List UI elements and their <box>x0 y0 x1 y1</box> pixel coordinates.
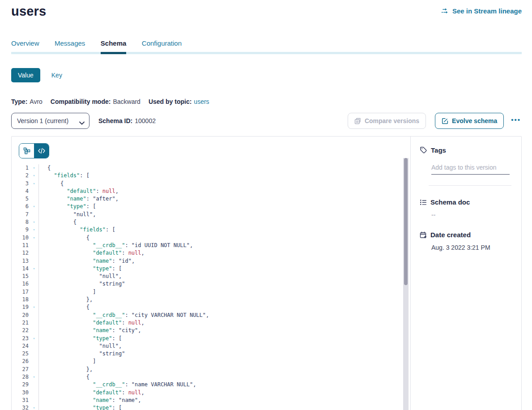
fold-spacer <box>31 389 37 397</box>
view-mode-toggle <box>19 143 49 158</box>
fold-toggle-icon[interactable]: ▾ <box>31 164 37 172</box>
type-value: Avro <box>30 98 43 105</box>
line-number: 24 <box>15 342 29 350</box>
fold-toggle-icon[interactable]: ▾ <box>31 203 37 210</box>
line-number: 3 <box>15 180 29 188</box>
line-number: 19 <box>15 303 29 311</box>
version-select-wrap: Version 1 (current) <box>11 113 89 129</box>
fold-toggle-icon[interactable]: ▾ <box>31 234 37 242</box>
schema-doc-header: Schema doc <box>420 198 514 206</box>
code-line: 19▾ { <box>12 303 410 311</box>
line-number: 21 <box>15 319 29 327</box>
fold-spacer <box>31 280 37 288</box>
fold-spacer <box>31 366 37 373</box>
code-scrollbar-track[interactable] <box>403 158 409 410</box>
code-line: 7 "null", <box>12 211 410 218</box>
code-line: 17 ] <box>12 288 410 296</box>
stream-lineage-link[interactable]: See in Stream lineage <box>441 7 522 15</box>
fold-toggle-icon[interactable]: ▾ <box>31 404 37 410</box>
code-text: "fields": [ <box>38 226 115 234</box>
fold-toggle-icon[interactable]: ▾ <box>31 180 37 188</box>
code-text: ] <box>38 358 96 365</box>
fold-spacer <box>31 288 37 296</box>
schema-sidebar: Tags Schema doc -- <box>410 137 521 410</box>
line-number: 4 <box>15 188 29 195</box>
fold-spacer <box>31 327 37 334</box>
code-text: "default": null, <box>38 319 145 327</box>
used-by-topic: Used by topic: users <box>149 98 209 105</box>
code-text: "type": [ <box>38 265 122 273</box>
schema-doc-value: -- <box>431 211 514 218</box>
code-lines: 1▾{2▾ "fields": [3▾ {4 "default": null,5… <box>12 164 410 410</box>
schema-type: Type: Avro <box>11 98 43 105</box>
compare-versions-button[interactable]: Compare versions <box>348 113 426 129</box>
fold-spacer <box>31 358 37 365</box>
more-options-button[interactable]: ••• <box>510 114 522 128</box>
code-scrollbar-thumb[interactable] <box>404 158 408 285</box>
code-text: "default": null, <box>38 249 145 257</box>
code-text: "null", <box>38 273 122 280</box>
value-toggle-button[interactable]: Value <box>11 68 40 82</box>
code-line: 1▾{ <box>12 164 410 172</box>
line-number: 23 <box>15 335 29 342</box>
tag-icon <box>420 146 427 154</box>
code-text: "name": "after", <box>38 195 119 203</box>
stream-lineage-icon <box>441 8 449 14</box>
used-by-topic-label: Used by topic: <box>149 98 192 105</box>
fold-spacer <box>31 211 37 218</box>
line-number: 30 <box>15 389 29 397</box>
key-toggle-button[interactable]: Key <box>45 68 69 82</box>
code-line: 27 }, <box>12 366 410 373</box>
fold-toggle-icon[interactable]: ▾ <box>31 373 37 381</box>
line-number: 16 <box>15 280 29 288</box>
fold-toggle-icon[interactable]: ▾ <box>31 172 37 179</box>
fold-toggle-icon[interactable]: ▾ <box>31 265 37 273</box>
code-view-button[interactable] <box>34 144 49 158</box>
compare-versions-label: Compare versions <box>365 117 419 124</box>
code-text: }, <box>38 366 93 373</box>
code-text: "__crdb__": "id UUID NOT NULL", <box>38 242 193 249</box>
date-created-header: Date created <box>420 231 514 239</box>
date-created-section: Date created Aug. 3 2022 3:21 PM <box>420 231 514 251</box>
code-line: 3▾ { <box>12 180 410 188</box>
fold-toggle-icon[interactable]: ▾ <box>31 335 37 342</box>
code-line: 11 "__crdb__": "id UUID NOT NULL", <box>12 242 410 249</box>
stream-lineage-label: See in Stream lineage <box>452 7 522 15</box>
topic-tabs: Overview Messages Schema Configuration <box>11 39 522 54</box>
code-text: { <box>38 234 89 242</box>
line-number: 2 <box>15 172 29 179</box>
tags-title: Tags <box>431 146 446 154</box>
add-tags-input[interactable] <box>431 164 510 175</box>
fold-toggle-icon[interactable]: ▾ <box>31 303 37 311</box>
fold-spacer <box>31 381 37 389</box>
line-number: 9 <box>15 226 29 234</box>
fold-toggle-icon[interactable]: ▾ <box>31 226 37 234</box>
line-number: 28 <box>15 373 29 381</box>
code-line: 32▾ "type": [ <box>12 404 410 410</box>
line-number: 12 <box>15 249 29 257</box>
code-text: }, <box>38 296 93 303</box>
used-by-topic-link[interactable]: users <box>194 98 209 105</box>
fold-spacer <box>31 397 37 404</box>
compatibility-label: Compatibility mode: <box>51 98 111 105</box>
tree-view-button[interactable] <box>19 144 34 158</box>
sidebar-divider <box>429 185 511 186</box>
code-line: 6▾ "type": [ <box>12 203 410 210</box>
schema-doc-section: Schema doc -- <box>420 198 514 218</box>
code-text: ] <box>38 288 96 296</box>
code-line: 31 "name": "name", <box>12 397 410 404</box>
evolve-schema-button[interactable]: Evolve schema <box>435 113 504 129</box>
tab-schema[interactable]: Schema <box>101 39 127 54</box>
schema-panel: 1▾{2▾ "fields": [3▾ {4 "default": null,5… <box>11 136 522 410</box>
page-header: users See in Stream lineage <box>11 0 522 19</box>
version-select[interactable]: Version 1 (current) <box>11 113 89 129</box>
fold-spacer <box>31 242 37 249</box>
fold-toggle-icon[interactable]: ▾ <box>31 218 37 226</box>
line-number: 20 <box>15 312 29 319</box>
tags-section: Tags <box>420 146 514 186</box>
code-line: 13 "name": "id", <box>12 257 410 265</box>
code-text: "__crdb__": "name VARCHAR NULL", <box>38 381 196 389</box>
code-line: 14▾ "type": [ <box>12 265 410 273</box>
line-number: 32 <box>15 404 29 410</box>
code-text: "name": "city", <box>38 327 141 334</box>
